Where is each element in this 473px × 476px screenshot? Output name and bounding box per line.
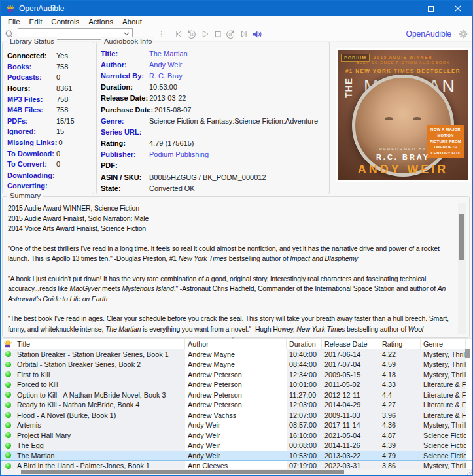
cell-author: Andy Weir bbox=[185, 441, 287, 451]
volume-button[interactable] bbox=[251, 27, 263, 41]
status-row: MP3 Files:758 bbox=[3, 94, 94, 105]
table-horizontal-scrollbar[interactable] bbox=[1, 469, 472, 475]
cell-genre: Mystery, Thriller bbox=[421, 369, 466, 380]
summary-scrollbar-thumb[interactable] bbox=[459, 214, 464, 260]
column-header-rating[interactable]: Rating bbox=[379, 339, 421, 348]
column-header-icon[interactable] bbox=[1, 339, 14, 348]
column-header-release-date[interactable]: Release Date bbox=[322, 339, 379, 348]
stop-button[interactable] bbox=[211, 27, 224, 41]
cover-performed-by: PERFORMED BY bbox=[338, 147, 468, 151]
cell-duration: 10:40:00 bbox=[287, 349, 322, 360]
info-value-narrated-by[interactable]: R. C. Bray bbox=[149, 72, 183, 80]
maximize-icon bbox=[428, 6, 434, 12]
info-label-series-url[interactable]: Series URL: bbox=[101, 128, 148, 136]
status-label-to-convert[interactable]: To Convert: bbox=[7, 160, 55, 168]
table-row[interactable]: Ready to Kill - Nathan McBride, Book 4An… bbox=[1, 400, 472, 411]
column-header-genre[interactable]: Genre bbox=[421, 339, 466, 348]
column-header-title[interactable]: Title bbox=[14, 339, 185, 348]
combo-chevron-down-icon[interactable] bbox=[124, 32, 130, 36]
table-vertical-scrollbar-thumb[interactable] bbox=[465, 349, 470, 358]
books-table: TitleAuthorDurationRelease DateRatingGen… bbox=[1, 338, 472, 475]
table-row[interactable]: Orbital - Station Breaker Series, Book 2… bbox=[1, 360, 472, 370]
openaudible-home-link[interactable]: OpenAudible bbox=[406, 29, 451, 39]
book-status-cell bbox=[1, 441, 14, 451]
menu-file[interactable]: File bbox=[3, 17, 25, 26]
status-label-m4b-files[interactable]: M4B Files: bbox=[7, 106, 55, 114]
resize-grip[interactable] bbox=[465, 469, 472, 475]
status-label-converting[interactable]: Converting: bbox=[7, 182, 55, 190]
table-row[interactable]: ArtemisAndy Weir08:57:002017-11-144.36My… bbox=[1, 420, 472, 431]
rewind-15-button[interactable]: 15 bbox=[185, 27, 198, 41]
status-label-missing-links[interactable]: Missing Links: bbox=[7, 139, 57, 146]
cover-award-line1: 2015 AUDIE WINNER bbox=[338, 55, 468, 60]
info-label-publisher[interactable]: Publisher: bbox=[101, 150, 148, 158]
summary-panel: Summary 2015 Audie Award WINNER, Science… bbox=[2, 196, 470, 338]
cell-title: Forced to Kill bbox=[14, 380, 185, 390]
table-row[interactable]: Option to Kill - A Nathan McBride Novel,… bbox=[1, 390, 472, 400]
cell-release_date: 2021-05-04 bbox=[322, 430, 379, 441]
cell-title: Orbital - Station Breaker Series, Book 2 bbox=[14, 360, 185, 370]
cell-title: Project Hail Mary bbox=[14, 430, 185, 441]
info-row: Purchase Date:2015-08-07 bbox=[97, 104, 329, 115]
info-label-title[interactable]: Title: bbox=[101, 50, 148, 58]
close-button[interactable] bbox=[444, 1, 472, 16]
status-label-mp3-files[interactable]: MP3 Files: bbox=[7, 95, 55, 103]
status-row: Downloading: bbox=[3, 170, 94, 181]
table-row[interactable]: The MartianAndy Weir10:53:002013-03-224.… bbox=[1, 450, 472, 461]
book-ok-icon bbox=[5, 371, 11, 377]
column-header-duration[interactable]: Duration bbox=[287, 339, 322, 348]
window-title: OpenAudible bbox=[19, 4, 64, 13]
forward-15-button[interactable]: 15 bbox=[224, 27, 237, 41]
skip-previous-button[interactable] bbox=[172, 27, 184, 41]
cover-the-label: THE bbox=[343, 78, 354, 98]
cell-rating: 4.22 bbox=[379, 349, 421, 360]
table-vertical-scrollbar[interactable] bbox=[464, 349, 471, 469]
info-label-genre[interactable]: Genre: bbox=[101, 117, 148, 125]
settings-gear-icon[interactable] bbox=[458, 29, 468, 39]
table-row[interactable]: Project Hail MaryAndy Weir16:10:002021-0… bbox=[1, 430, 472, 441]
maximize-button[interactable] bbox=[417, 1, 444, 16]
status-label-to-download[interactable]: To Download: bbox=[7, 150, 55, 158]
cover-art[interactable]: PODIUM 2015 AUDIE WINNER BEST SCIENCE FI… bbox=[336, 48, 470, 182]
info-row: PDF: bbox=[97, 160, 329, 171]
menu-controls[interactable]: Controls bbox=[46, 17, 84, 26]
status-label-books[interactable]: Books: bbox=[7, 63, 55, 71]
status-label-pdfs[interactable]: PDFs: bbox=[7, 117, 55, 125]
minimize-button[interactable] bbox=[389, 1, 417, 16]
info-value-author[interactable]: Andy Weir bbox=[149, 61, 183, 69]
cell-rating: 4.4 bbox=[379, 390, 421, 400]
menu-actions[interactable]: Actions bbox=[84, 17, 118, 26]
info-label-narrated-by[interactable]: Narrated By: bbox=[101, 72, 148, 80]
status-label-ignored[interactable]: Ignored: bbox=[7, 128, 55, 135]
status-label-podcasts[interactable]: Podcasts: bbox=[7, 73, 55, 81]
status-row: Connected:Yes bbox=[3, 50, 94, 61]
info-label-purchase-date: Purchase Date: bbox=[101, 106, 153, 114]
status-value-mp3-files: 758 bbox=[56, 95, 68, 103]
summary-scrollbar[interactable] bbox=[458, 203, 466, 334]
menu-about[interactable]: About bbox=[118, 17, 147, 26]
menu-bar: FileEditControlsActionsAbout bbox=[1, 16, 472, 27]
column-header-author[interactable]: Author bbox=[185, 339, 287, 348]
toolbar-drag-handle-icon[interactable]: ⋮ bbox=[158, 29, 166, 39]
menu-edit[interactable]: Edit bbox=[25, 17, 47, 26]
play-button[interactable] bbox=[198, 27, 211, 41]
skip-next-button[interactable] bbox=[237, 27, 250, 41]
info-row: Title:The Martian bbox=[97, 48, 329, 59]
cell-genre: Literature & Fiction bbox=[421, 380, 466, 390]
book-status-cell bbox=[1, 380, 14, 390]
table-row[interactable]: Flood - A Novel (Burke, Book 1)Andrew Va… bbox=[1, 410, 472, 420]
info-label-author[interactable]: Author: bbox=[101, 61, 148, 69]
summary-quote: "A book I just couldn't put down! It has… bbox=[8, 274, 453, 305]
status-row: To Convert:0 bbox=[3, 159, 94, 170]
table-row[interactable]: The EggAndy Weir00:08:002014-11-264.39Sc… bbox=[1, 441, 472, 451]
table-body: Station Breaker - Station Breaker Series… bbox=[1, 349, 472, 471]
book-ok-icon bbox=[5, 392, 11, 398]
table-row[interactable]: Station Breaker - Station Breaker Series… bbox=[1, 349, 472, 360]
info-value-release-date: 2013-03-22 bbox=[149, 94, 186, 102]
table-row[interactable]: First to KillAndrew Peterson12:34:002009… bbox=[1, 369, 472, 380]
table-row[interactable]: Forced to KillAndrew Peterson10:01:00201… bbox=[1, 380, 472, 390]
status-label-downloading[interactable]: Downloading: bbox=[7, 171, 55, 179]
info-value-title[interactable]: The Martian bbox=[149, 50, 188, 58]
table-horizontal-scrollbar-thumb[interactable] bbox=[21, 470, 344, 474]
info-value-publisher[interactable]: Podium Publishing bbox=[149, 150, 209, 158]
